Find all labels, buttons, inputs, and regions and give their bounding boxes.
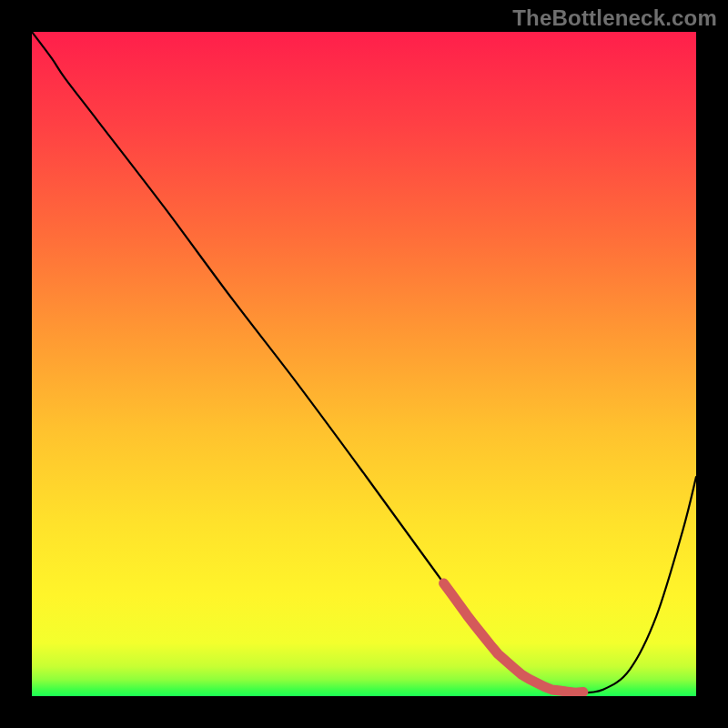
gradient-background	[32, 32, 696, 696]
chart-frame: TheBottleneck.com	[0, 0, 728, 728]
chart-svg	[32, 32, 696, 696]
watermark-label: TheBottleneck.com	[512, 5, 717, 31]
plot-area	[32, 32, 696, 696]
